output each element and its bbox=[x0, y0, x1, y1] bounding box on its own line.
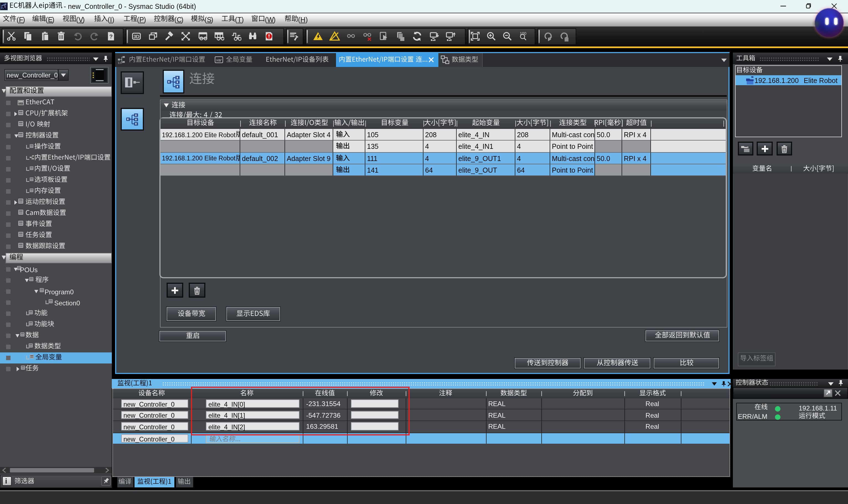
svg-text:?: ? bbox=[109, 34, 112, 39]
svg-text:3D: 3D bbox=[133, 34, 139, 39]
svg-text:var: var bbox=[216, 58, 222, 62]
svg-text:EIP: EIP bbox=[118, 61, 123, 64]
